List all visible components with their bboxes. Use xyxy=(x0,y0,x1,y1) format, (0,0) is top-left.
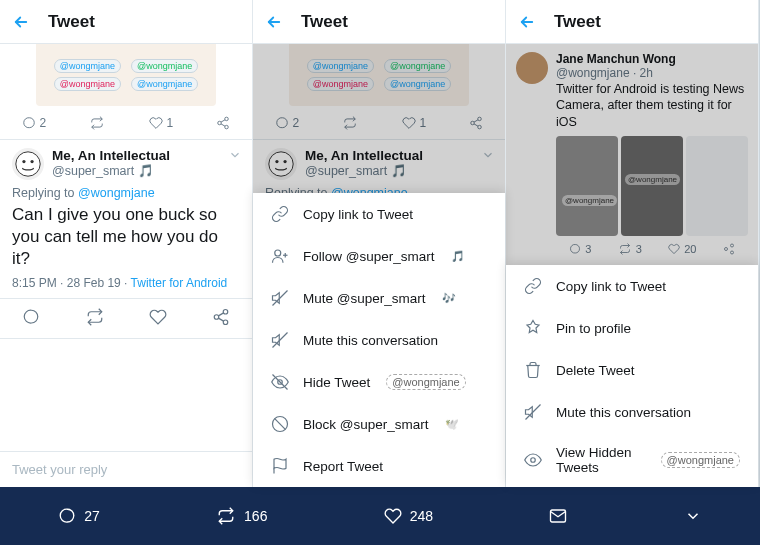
page-title: Tweet xyxy=(48,12,95,32)
share-button[interactable] xyxy=(212,308,230,330)
reply-button[interactable]: 2 xyxy=(275,116,300,130)
share-button[interactable] xyxy=(216,116,230,130)
timeline-tweet: Jane Manchun Wong @wongmjane · 2h Twitte… xyxy=(506,44,758,269)
tweet-meta: 8:15 PM · 28 Feb 19 · Twitter for Androi… xyxy=(0,276,252,299)
flag-icon xyxy=(271,457,289,475)
tweet-source[interactable]: Twitter for Android xyxy=(131,276,228,290)
svg-point-0 xyxy=(225,117,229,121)
author-name[interactable]: Jane Manchun Wong xyxy=(556,52,676,66)
author-name[interactable]: Me, An Intellectual xyxy=(52,148,170,163)
panel-tweet-detail: Tweet @wongmjane @wongmjane @wongmjane @… xyxy=(0,0,253,487)
header: Tweet xyxy=(506,0,758,44)
watermark-tag: @wongmjane xyxy=(131,77,198,91)
back-icon[interactable] xyxy=(12,13,30,31)
svg-point-7 xyxy=(214,315,219,320)
embedded-tweet-footer: 27 166 248 xyxy=(0,487,760,545)
block-icon xyxy=(271,415,289,433)
author-handle[interactable]: @super_smart 🎵 xyxy=(52,163,170,178)
footer-message[interactable] xyxy=(549,507,567,525)
menu-delete[interactable]: Delete Tweet xyxy=(506,349,758,391)
tweet-card: Me, An Intellectual @super_smart 🎵 xyxy=(0,140,252,180)
footer-reply[interactable]: 27 xyxy=(58,507,100,525)
svg-point-13 xyxy=(275,160,278,163)
reply-button[interactable]: 2 xyxy=(22,116,47,130)
tweet-caret-icon[interactable] xyxy=(228,148,242,166)
retweet-button[interactable] xyxy=(89,116,105,130)
mute-icon xyxy=(524,403,542,421)
reply-input[interactable]: Tweet your reply xyxy=(0,451,252,487)
trash-icon xyxy=(524,361,542,379)
avatar[interactable] xyxy=(12,148,44,180)
menu-follow[interactable]: Follow @super_smart 🎵 xyxy=(253,235,505,277)
retweet-button[interactable]: 3 xyxy=(618,243,642,255)
eye-icon xyxy=(524,451,542,469)
quoted-media-preview[interactable]: @wongmjane @wongmjane @wongmjane @wongmj… xyxy=(36,44,216,106)
svg-point-14 xyxy=(283,160,286,163)
reply-button[interactable]: 3 xyxy=(569,243,591,255)
media-grid[interactable]: @wongmjane @wongmjane xyxy=(556,136,748,236)
menu-mute-conversation[interactable]: Mute this conversation xyxy=(506,391,758,433)
svg-point-11 xyxy=(478,125,482,128)
svg-point-19 xyxy=(724,247,727,250)
svg-point-1 xyxy=(218,121,222,125)
tweet-text: Twitter for Android is testing News Came… xyxy=(556,81,748,130)
svg-point-3 xyxy=(16,152,40,176)
menu-mute-conversation[interactable]: Mute this conversation xyxy=(253,319,505,361)
svg-point-18 xyxy=(730,244,733,247)
tweet-actions-menu: Copy link to Tweet Follow @super_smart 🎵… xyxy=(253,193,505,487)
menu-view-hidden[interactable]: View Hidden Tweets@wongmjane xyxy=(506,433,758,487)
quoted-media-preview[interactable]: @wongmjane @wongmjane @wongmjane @wongmj… xyxy=(289,44,469,106)
page-title: Tweet xyxy=(554,12,601,32)
like-button[interactable]: 20 xyxy=(668,243,696,255)
svg-point-9 xyxy=(478,117,482,121)
menu-copy-link[interactable]: Copy link to Tweet xyxy=(506,265,758,307)
header: Tweet xyxy=(253,0,505,44)
panel-timeline-menu: Tweet Jane Manchun Wong @wongmjane · 2h … xyxy=(506,0,759,487)
watermark-tag: @wongmjane xyxy=(131,59,198,73)
menu-copy-link[interactable]: Copy link to Tweet xyxy=(253,193,505,235)
chevron-down-icon xyxy=(684,507,702,525)
mute-icon xyxy=(271,331,289,349)
retweet-icon xyxy=(216,507,236,525)
retweet-button[interactable] xyxy=(342,116,358,130)
menu-mute-user[interactable]: Mute @super_smart 🎶 xyxy=(253,277,505,319)
primary-action-row xyxy=(0,299,252,339)
reply-icon xyxy=(58,507,76,525)
footer-like[interactable]: 248 xyxy=(384,507,433,525)
heart-icon xyxy=(384,507,402,525)
like-button[interactable]: 1 xyxy=(402,116,427,130)
like-button[interactable]: 1 xyxy=(149,116,174,130)
avatar[interactable] xyxy=(516,52,548,84)
avatar[interactable] xyxy=(265,148,297,180)
page-title: Tweet xyxy=(301,12,348,32)
panel-tweet-menu: Tweet @wongmjane @wongmjane @wongmjane @… xyxy=(253,0,506,487)
footer-expand[interactable] xyxy=(684,507,702,525)
back-icon[interactable] xyxy=(518,13,536,31)
menu-block[interactable]: Block @super_smart 🕊️ xyxy=(253,403,505,445)
link-icon xyxy=(524,277,542,295)
watermark-tag: @wongmjane xyxy=(54,59,121,73)
mail-icon xyxy=(549,507,567,525)
share-button[interactable] xyxy=(469,116,483,130)
mention-link[interactable]: @wongmjane xyxy=(78,186,155,200)
replying-to: Replying to @wongmjane xyxy=(0,186,252,200)
like-button[interactable] xyxy=(149,308,167,330)
back-icon[interactable] xyxy=(265,13,283,31)
footer-retweet[interactable]: 166 xyxy=(216,507,267,525)
tweet-text: Can I give you one buck so you can tell … xyxy=(0,202,252,276)
share-button[interactable] xyxy=(723,243,735,255)
menu-hide-tweet[interactable]: Hide Tweet@wongmjane xyxy=(253,361,505,403)
menu-report[interactable]: Report Tweet xyxy=(253,445,505,487)
svg-point-6 xyxy=(223,309,228,314)
menu-pin[interactable]: Pin to profile xyxy=(506,307,758,349)
svg-point-2 xyxy=(225,125,229,128)
link-icon xyxy=(271,205,289,223)
tweet-caret-icon[interactable] xyxy=(481,148,495,166)
own-tweet-actions-menu: Copy link to Tweet Pin to profile Delete… xyxy=(506,265,758,487)
svg-point-8 xyxy=(223,320,228,325)
inline-action-row: 2 1 xyxy=(0,106,252,140)
header: Tweet xyxy=(0,0,252,44)
retweet-button[interactable] xyxy=(85,308,105,330)
person-plus-icon xyxy=(271,247,289,265)
reply-button[interactable] xyxy=(22,308,40,330)
